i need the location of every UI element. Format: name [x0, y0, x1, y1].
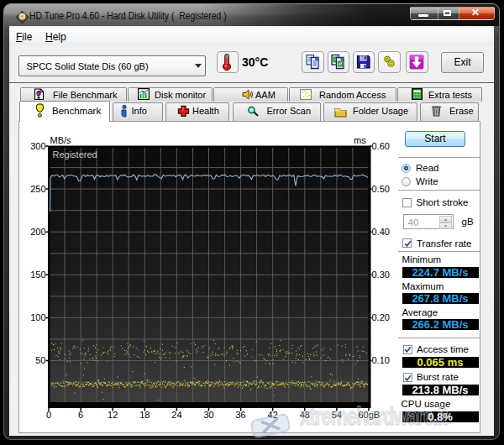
svg-text:Registered: Registered [53, 149, 97, 160]
